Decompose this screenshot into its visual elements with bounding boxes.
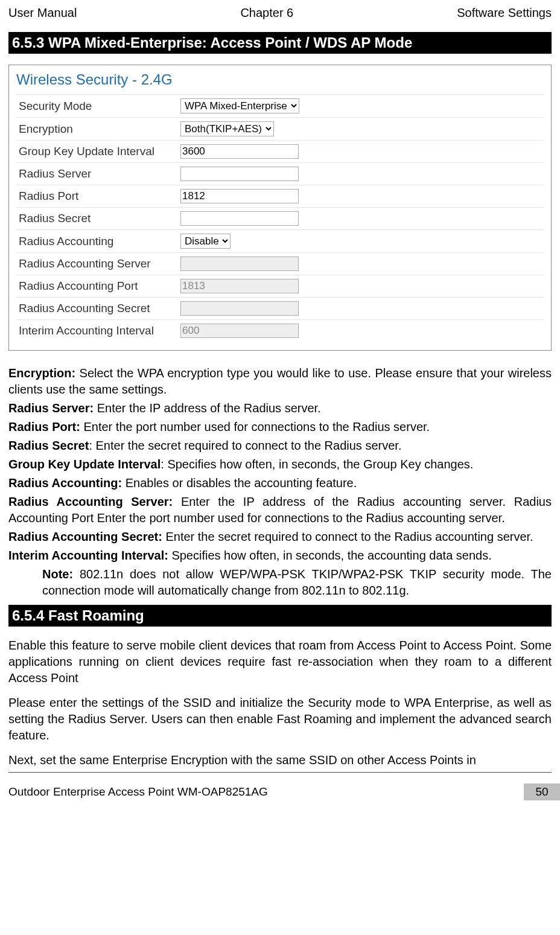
label-radius-server: Radius Server	[16, 163, 178, 185]
table-row: Radius Accounting Port	[16, 275, 544, 298]
fast-roaming-p2: Please enter the settings of the SSID an…	[8, 695, 552, 744]
footer-divider	[8, 772, 552, 773]
label-radius-acct-server: Radius Accounting Server	[16, 253, 178, 275]
page-header: User Manual Chapter 6 Software Settings	[8, 6, 552, 20]
radius-acct-server-input	[180, 257, 299, 271]
label-radius-accounting: Radius Accounting	[16, 230, 178, 253]
table-row: Radius Accounting Server	[16, 253, 544, 275]
radius-accounting-select[interactable]: Disable	[180, 234, 231, 249]
fast-roaming-p3: Next, set the same Enterprise Encryption…	[8, 752, 552, 768]
table-row: Security Mode WPA Mixed-Enterprise	[16, 95, 544, 118]
section-title-wpa: 6.5.3 WPA Mixed-Enterprise: Access Point…	[8, 32, 552, 54]
note-80211n: Note: 802.11n does not allow WEP/WPA-PSK…	[42, 566, 552, 599]
panel-title: Wireless Security - 2.4G	[16, 71, 544, 88]
radius-secret-input[interactable]	[180, 211, 299, 226]
def-gkui: Group Key Update Interval: Specifies how…	[8, 456, 552, 473]
radius-acct-secret-input	[180, 301, 299, 316]
footer-left: Outdoor Enterprise Access Point WM-OAP82…	[0, 783, 268, 800]
label-encryption: Encryption	[16, 118, 178, 141]
table-row: Radius Server	[16, 163, 544, 185]
table-row: Interim Accounting Interval	[16, 320, 544, 342]
def-radius-server: Radius Server: Enter the IP address of t…	[8, 400, 552, 416]
label-radius-acct-secret: Radius Accounting Secret	[16, 298, 178, 320]
def-radius-port: Radius Port: Enter the port number used …	[8, 419, 552, 435]
def-radius-accounting: Radius Accounting: Enables or disables t…	[8, 475, 552, 491]
def-encryption: Encryption: Select the WPA encryption ty…	[8, 365, 552, 398]
security-mode-select[interactable]: WPA Mixed-Enterprise	[180, 98, 299, 113]
table-row: Radius Secret	[16, 208, 544, 230]
fast-roaming-p1: Enable this feature to serve mobile clie…	[8, 637, 552, 686]
label-interim: Interim Accounting Interval	[16, 320, 178, 342]
encryption-select[interactable]: Both(TKIP+AES)	[180, 121, 274, 136]
radius-server-input[interactable]	[180, 167, 299, 181]
label-radius-secret: Radius Secret	[16, 208, 178, 230]
label-gkui: Group Key Update Interval	[16, 141, 178, 163]
radius-acct-port-input	[180, 279, 299, 293]
header-left: User Manual	[8, 6, 77, 20]
table-row: Radius Accounting Secret	[16, 298, 544, 320]
section-title-fast-roaming: 6.5.4 Fast Roaming	[8, 605, 552, 627]
gkui-input[interactable]	[180, 144, 299, 159]
radius-port-input[interactable]	[180, 189, 299, 203]
interim-input	[180, 324, 299, 338]
label-radius-port: Radius Port	[16, 185, 178, 208]
label-security-mode: Security Mode	[16, 95, 178, 118]
table-row: Radius Port	[16, 185, 544, 208]
header-right: Software Settings	[457, 6, 552, 20]
def-radius-acct-secret: Radius Accounting Secret: Enter the secr…	[8, 529, 552, 545]
table-row: Radius Accounting Disable	[16, 230, 544, 253]
wireless-security-panel: Wireless Security - 2.4G Security Mode W…	[8, 65, 552, 351]
table-row: Encryption Both(TKIP+AES)	[16, 118, 544, 141]
def-interim: Interim Accounting Interval: Specifies h…	[8, 547, 552, 564]
page-number: 50	[524, 783, 560, 800]
header-center: Chapter 6	[240, 6, 293, 20]
label-radius-acct-port: Radius Accounting Port	[16, 275, 178, 298]
table-row: Group Key Update Interval	[16, 141, 544, 163]
settings-table: Security Mode WPA Mixed-Enterprise Encry…	[16, 94, 544, 342]
def-radius-acct-server: Radius Accounting Server: Enter the IP a…	[8, 494, 552, 526]
def-radius-secret: Radius Secret: Enter the secret required…	[8, 438, 552, 454]
